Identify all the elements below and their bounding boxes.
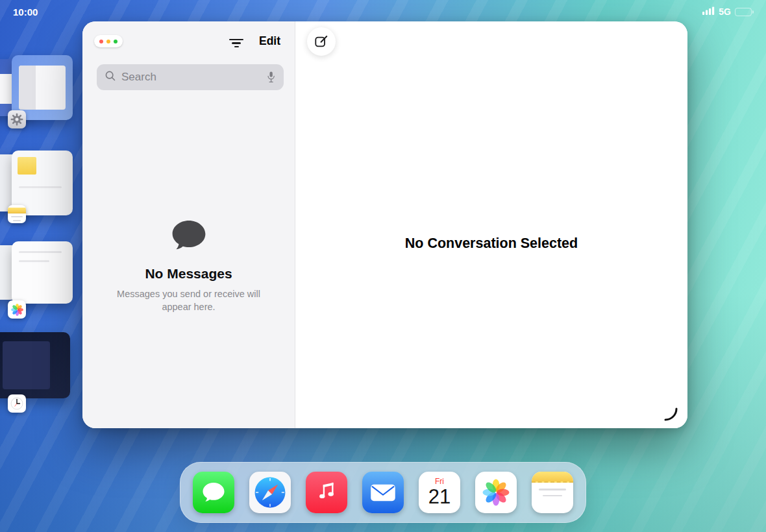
chat-bubble-icon bbox=[170, 219, 208, 256]
status-time: 10:00 bbox=[13, 6, 38, 18]
content-line bbox=[19, 251, 62, 253]
filters-button[interactable] bbox=[227, 36, 246, 49]
ipad-screen: 10:00 5G bbox=[0, 0, 766, 532]
notes-icon-band bbox=[532, 472, 573, 483]
dock-photos-icon[interactable] bbox=[475, 472, 517, 513]
calendar-day: 21 bbox=[428, 485, 451, 509]
filter-line bbox=[232, 42, 241, 44]
dock: Fri 21 bbox=[180, 462, 586, 523]
recent-app-settings[interactable] bbox=[0, 55, 77, 143]
dock-mail-icon[interactable] bbox=[362, 472, 404, 513]
search-input[interactable] bbox=[121, 71, 261, 84]
photos-icon[interactable] bbox=[8, 300, 26, 319]
recent-app-clock[interactable] bbox=[0, 332, 77, 420]
notes-icon-line bbox=[13, 220, 21, 221]
no-conversation-title: No Conversation Selected bbox=[295, 236, 687, 252]
mini-window bbox=[19, 66, 65, 110]
compose-button[interactable] bbox=[307, 27, 336, 56]
empty-state-description: Messages you send or receive will appear… bbox=[111, 287, 267, 314]
dock-calendar-icon[interactable]: Fri 21 bbox=[419, 472, 460, 513]
notes-icon-line bbox=[11, 216, 23, 217]
edit-button[interactable]: Edit bbox=[259, 34, 280, 48]
window-minimize-dot[interactable] bbox=[106, 40, 110, 43]
dock-music-icon[interactable] bbox=[306, 472, 347, 513]
dock-messages-icon[interactable] bbox=[193, 472, 234, 513]
filter-line bbox=[229, 39, 243, 41]
content-line bbox=[19, 186, 62, 188]
clock-icon[interactable] bbox=[8, 394, 26, 413]
empty-state-title: No Messages bbox=[145, 266, 232, 282]
microphone-icon[interactable] bbox=[266, 71, 276, 84]
mini-window-sidebar bbox=[19, 66, 36, 110]
conversation-detail-pane: No Conversation Selected bbox=[295, 21, 687, 428]
window-resize-handle[interactable] bbox=[663, 406, 678, 424]
sticky-note bbox=[18, 157, 36, 175]
battery-nub bbox=[752, 10, 754, 14]
mini-window bbox=[3, 341, 50, 389]
notes-icon[interactable] bbox=[8, 205, 26, 223]
clock-window-thumbnail[interactable] bbox=[0, 332, 70, 398]
filter-line bbox=[234, 46, 239, 48]
status-bar: 10:00 5G bbox=[0, 0, 766, 19]
recent-app-photos[interactable] bbox=[0, 241, 77, 329]
network-type-label: 5G bbox=[719, 6, 731, 17]
content-line bbox=[19, 260, 49, 262]
calendar-weekday: Fri bbox=[435, 478, 444, 485]
conversation-list-pane: Edit bbox=[82, 21, 295, 428]
search-field[interactable] bbox=[97, 64, 284, 90]
status-right-cluster: 5G bbox=[702, 6, 754, 18]
search-icon bbox=[105, 70, 116, 84]
cellular-signal-icon bbox=[702, 6, 715, 18]
dock-safari-icon[interactable] bbox=[249, 472, 291, 513]
photos-window-thumbnail[interactable] bbox=[12, 241, 73, 304]
battery-icon bbox=[735, 8, 752, 16]
window-zoom-dot[interactable] bbox=[114, 40, 117, 43]
window-controls[interactable] bbox=[94, 35, 123, 47]
notes-icon-line bbox=[539, 489, 566, 490]
notes-icon-band bbox=[8, 208, 26, 213]
settings-gear-icon[interactable] bbox=[8, 110, 26, 128]
no-messages-empty-state: No Messages Messages you send or receive… bbox=[82, 219, 295, 314]
window-close-dot[interactable] bbox=[99, 40, 103, 43]
dock-notes-icon[interactable] bbox=[532, 472, 573, 513]
notes-icon-line bbox=[543, 495, 563, 497]
messages-window: Edit bbox=[82, 21, 687, 428]
recent-app-notes[interactable] bbox=[0, 151, 77, 238]
